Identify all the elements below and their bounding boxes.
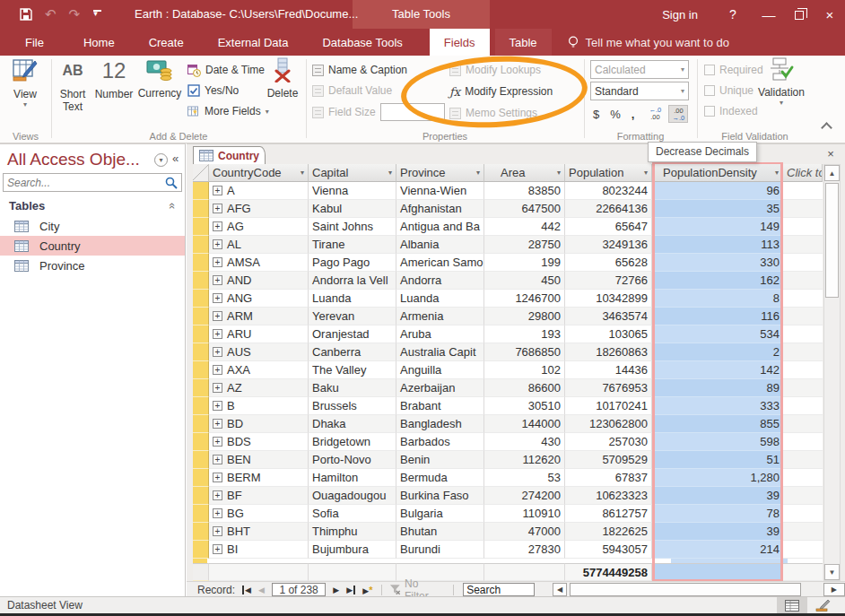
cell-population[interactable]: 1822625 [565, 523, 652, 541]
percent-format-button[interactable]: % [610, 108, 621, 121]
help-button[interactable]: ? [712, 0, 754, 29]
expand-icon[interactable]: + [213, 490, 222, 500]
expand-icon[interactable]: + [213, 526, 222, 536]
next-record-button[interactable]: ▶ [333, 586, 339, 594]
default-value-button[interactable]: Default Value [312, 82, 392, 100]
cell-province[interactable]: Afghanistan [396, 200, 484, 218]
cell-population[interactable]: 123062800 [565, 415, 652, 433]
cell-area[interactable]: 29800 [484, 308, 565, 325]
more-fields-button[interactable]: More Fields ▾ [187, 102, 269, 120]
cell-countrycode[interactable]: +BG [209, 505, 309, 523]
sidebar-item-province[interactable]: Province [0, 256, 185, 275]
minimize-button[interactable]: — [754, 0, 784, 29]
cell-populationdensity[interactable]: 35 [652, 200, 783, 218]
expand-icon[interactable]: + [213, 508, 222, 518]
cell-capital[interactable]: The Valley [309, 361, 396, 379]
cell-populationdensity[interactable]: 149 [652, 218, 783, 236]
cell-countrycode[interactable]: +BERM [209, 469, 309, 487]
cell-area[interactable]: 47000 [484, 523, 565, 541]
horizontal-scrollbar-thumb[interactable] [570, 583, 801, 596]
row-selector[interactable] [193, 290, 209, 308]
cell-area[interactable]: 110910 [484, 505, 565, 523]
sidebar-item-city[interactable]: City [0, 216, 185, 236]
indexed-checkbox[interactable]: Indexed [704, 102, 758, 120]
cell-countrycode[interactable]: +AG [209, 218, 309, 236]
modify-expression-button[interactable]: ƒx Modify Expression [449, 82, 553, 100]
cell-population[interactable]: 8023244 [565, 182, 652, 200]
cell-countrycode[interactable]: +BI [209, 541, 309, 559]
cell-countrycode[interactable]: +AMSA [209, 254, 309, 272]
cell-province[interactable]: Australia Capit [396, 343, 484, 361]
cell-capital[interactable]: Hamilton [309, 469, 396, 487]
row-selector[interactable] [193, 236, 209, 254]
chevron-down-icon[interactable]: ▾ [775, 164, 779, 181]
cell-click-to-add[interactable] [783, 505, 823, 523]
cell-populationdensity[interactable]: 142 [652, 361, 783, 379]
expand-icon[interactable]: + [213, 257, 222, 267]
row-selector[interactable] [193, 505, 209, 523]
row-selector[interactable] [193, 523, 209, 541]
cell-area[interactable]: 274200 [484, 487, 565, 505]
cell-countrycode[interactable]: +ARU [209, 325, 309, 343]
cell-province[interactable]: Bhutan [396, 523, 484, 541]
cell-province[interactable]: Burkina Faso [396, 487, 484, 505]
row-selector[interactable] [193, 451, 209, 469]
row-selector[interactable] [193, 343, 209, 361]
cell-populationdensity[interactable]: 162 [652, 272, 783, 290]
cell-population[interactable]: 3463574 [565, 308, 652, 325]
cell-click-to-add[interactable] [783, 397, 823, 415]
view-button[interactable]: View ▾ [6, 57, 44, 108]
column-header-area[interactable]: Area▾ [484, 164, 565, 182]
short-text-button[interactable]: AB Short Text [54, 57, 91, 113]
cell-province[interactable]: Anguilla [396, 361, 484, 379]
cell-province[interactable]: Azerbaijan [396, 379, 484, 397]
expand-icon[interactable]: + [213, 365, 222, 375]
cell-capital[interactable]: Saint Johns [309, 218, 396, 236]
modify-lookups-button[interactable]: Modify Lookups [449, 61, 541, 79]
row-selector[interactable] [193, 379, 209, 397]
name-caption-button[interactable]: Name & Caption [312, 61, 407, 79]
cell-click-to-add[interactable] [783, 343, 823, 361]
hscroll-left-icon[interactable]: ◀ [553, 583, 567, 596]
cell-populationdensity[interactable]: 51 [652, 451, 783, 469]
density-total-cell[interactable] [652, 563, 783, 581]
cell-province[interactable]: Bangladesh [396, 415, 484, 433]
cell-click-to-add[interactable] [783, 325, 823, 343]
restore-button[interactable] [784, 0, 815, 29]
vertical-scrollbar-thumb[interactable] [825, 183, 839, 298]
chevron-down-icon[interactable]: ▾ [301, 164, 304, 181]
cell-province[interactable]: Bermuda [396, 469, 484, 487]
expand-icon[interactable]: + [213, 544, 222, 554]
cell-click-to-add[interactable] [783, 218, 823, 236]
field-size-input[interactable] [380, 103, 445, 121]
cell-area[interactable]: 102 [484, 361, 565, 379]
expand-icon[interactable]: + [213, 347, 222, 357]
cell-area[interactable]: 442 [484, 218, 565, 236]
expand-icon[interactable]: + [213, 455, 222, 464]
customize-qat-icon[interactable] [92, 9, 103, 20]
comma-format-button[interactable]: , [632, 108, 635, 121]
cell-population[interactable]: 18260863 [565, 343, 652, 361]
cell-countrycode[interactable]: +AZ [209, 379, 309, 397]
cell-province[interactable]: Benin [396, 451, 484, 469]
cell-capital[interactable]: Thimphu [309, 523, 396, 541]
cell-area[interactable]: 86600 [484, 379, 565, 397]
cell-capital[interactable]: Bridgetown [309, 433, 396, 451]
cell-province[interactable]: Albania [396, 236, 484, 254]
close-button[interactable]: × [815, 0, 845, 29]
delete-button[interactable]: Delete [262, 57, 303, 100]
expand-icon[interactable]: + [213, 383, 222, 393]
cell-population[interactable]: 10342899 [565, 290, 652, 308]
undo-icon[interactable]: ↶ [45, 6, 57, 22]
cell-countrycode[interactable]: +AND [209, 272, 309, 290]
cell-populationdensity[interactable]: 1,280 [652, 469, 783, 487]
cell-populationdensity[interactable]: 534 [652, 325, 783, 343]
expand-icon[interactable]: + [213, 329, 222, 339]
sidebar-item-country[interactable]: Country [0, 236, 185, 256]
expand-icon[interactable]: + [213, 221, 222, 231]
expand-icon[interactable]: + [213, 186, 222, 195]
horizontal-scrollbar[interactable] [568, 583, 823, 597]
cell-area[interactable]: 112620 [484, 451, 565, 469]
cell-province[interactable]: Barbados [396, 433, 484, 451]
cell-province[interactable]: Brabant [396, 397, 484, 415]
